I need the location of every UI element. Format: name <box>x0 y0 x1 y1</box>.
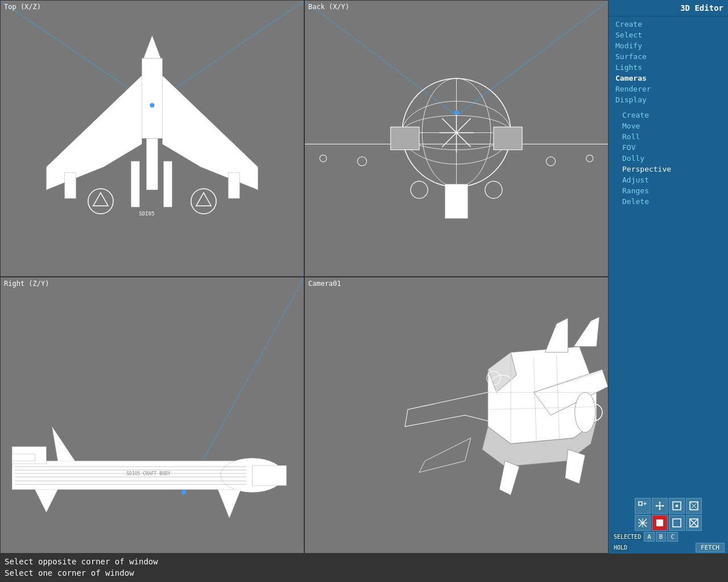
viewport-back[interactable]: Back (X/Y) <box>304 0 609 277</box>
toolbar-btn-all[interactable] <box>669 515 685 531</box>
svg-marker-10 <box>93 193 108 206</box>
toolbar-btn-rotate[interactable] <box>686 498 702 514</box>
svg-marker-73 <box>659 509 661 510</box>
toolbar-btn-none[interactable] <box>686 515 702 531</box>
toolbar-row-1 <box>612 498 725 514</box>
btn-c[interactable]: C <box>667 532 678 542</box>
svg-rect-77 <box>676 505 678 507</box>
submenu-move[interactable]: Move <box>609 120 728 131</box>
toolbar-btn-move[interactable] <box>652 498 668 514</box>
status-line-2: Select one corner of window <box>5 568 723 579</box>
svg-rect-53 <box>12 454 35 461</box>
status-line-1: Select opposite corner of window <box>5 556 723 568</box>
selected-label: SELECTED <box>612 533 643 541</box>
viewport-camera-label: Camera01 <box>308 280 341 288</box>
svg-rect-86 <box>673 519 681 527</box>
viewport-top-label: Top (X/Z) <box>4 3 41 11</box>
viewport-grid: Top (X/Z) <box>0 0 609 554</box>
toolbar-btn-selected[interactable] <box>652 515 668 531</box>
submenu-ranges[interactable]: Ranges <box>609 185 728 196</box>
svg-rect-85 <box>656 519 663 526</box>
submenu-fov[interactable]: FOV <box>609 142 728 153</box>
viewport-right[interactable]: Right (Z/Y) <box>0 277 304 554</box>
svg-rect-8 <box>228 173 239 198</box>
status-messages: Select opposite corner of window Select … <box>0 554 728 582</box>
viewport-back-label: Back (X/Y) <box>308 3 349 11</box>
submenu-perspective[interactable]: Perspective <box>609 164 728 174</box>
right-panel: 3D Editor Create Select Modify Surface L… <box>609 0 728 554</box>
svg-marker-12 <box>196 193 211 206</box>
menu-select[interactable]: Select <box>609 30 728 40</box>
submenu-delete[interactable]: Delete <box>609 196 728 207</box>
svg-rect-32 <box>494 127 522 149</box>
main-menu: Create Select Modify Surface Lights Came… <box>609 16 728 107</box>
svg-point-34 <box>411 181 428 198</box>
btn-a[interactable]: A <box>644 532 655 542</box>
svg-point-39 <box>454 110 458 115</box>
viewport-right-label: Right (Z/Y) <box>4 280 49 288</box>
toolbar-btn-zoom[interactable] <box>635 515 651 531</box>
toolbar-btn-select-region[interactable] <box>635 498 651 514</box>
menu-cameras[interactable]: Cameras <box>609 73 728 84</box>
viewport-top[interactable]: Top (X/Z) <box>0 0 304 277</box>
panel-title: 3D Editor <box>609 0 728 16</box>
svg-rect-33 <box>445 184 468 218</box>
menu-lights[interactable]: Lights <box>609 62 728 73</box>
btn-b[interactable]: B <box>656 532 667 542</box>
sub-menu: Create Move Roll FOV Dolly Perspective A… <box>609 107 728 209</box>
svg-point-41 <box>586 155 593 162</box>
submenu-roll[interactable]: Roll <box>609 131 728 142</box>
svg-point-37 <box>358 157 367 166</box>
menu-create[interactable]: Create <box>609 19 728 30</box>
menu-renderer[interactable]: Renderer <box>609 84 728 94</box>
menu-surface[interactable]: Surface <box>609 51 728 62</box>
svg-rect-5 <box>131 161 139 207</box>
menu-display[interactable]: Display <box>609 94 728 105</box>
svg-point-40 <box>320 155 326 162</box>
svg-rect-46 <box>252 465 286 485</box>
main-container: Top (X/Z) <box>0 0 728 554</box>
svg-point-38 <box>546 157 555 166</box>
status-bar: Select opposite corner of window Select … <box>0 554 728 582</box>
svg-rect-31 <box>391 127 419 149</box>
svg-line-17 <box>305 1 457 115</box>
submenu-create[interactable]: Create <box>609 110 728 120</box>
submenu-adjust[interactable]: Adjust <box>609 174 728 185</box>
svg-rect-7 <box>65 173 76 198</box>
menu-modify[interactable]: Modify <box>609 40 728 51</box>
svg-rect-3 <box>142 59 162 139</box>
fetch-btn[interactable]: FETCH <box>696 543 725 552</box>
svg-point-55 <box>181 490 186 494</box>
submenu-dolly[interactable]: Dolly <box>609 153 728 164</box>
svg-text:SDIO5 CRAFT BODY: SDIO5 CRAFT BODY <box>126 471 171 476</box>
svg-marker-74 <box>655 505 657 507</box>
viewport-camera[interactable]: Camera01 <box>304 277 609 554</box>
svg-rect-4 <box>146 139 158 190</box>
svg-point-14 <box>150 103 154 107</box>
svg-text:SDI05: SDI05 <box>139 211 154 217</box>
svg-marker-75 <box>663 505 664 507</box>
svg-line-18 <box>457 1 609 115</box>
svg-marker-72 <box>659 501 661 503</box>
svg-rect-6 <box>164 161 172 207</box>
svg-point-36 <box>485 181 502 198</box>
toolbar-row-2 <box>612 515 725 531</box>
hold-label: HOLD <box>612 544 629 551</box>
svg-rect-67 <box>639 502 642 505</box>
toolbar-btn-scale[interactable] <box>669 498 685 514</box>
